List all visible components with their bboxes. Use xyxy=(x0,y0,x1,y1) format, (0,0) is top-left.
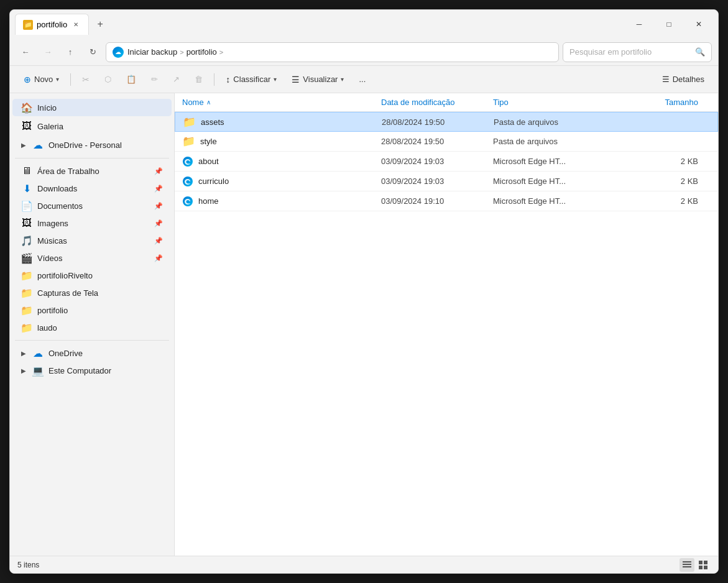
breadcrumb-backup[interactable]: Iniciar backup xyxy=(127,47,177,57)
area-trabalho-icon: 🖥 xyxy=(21,165,32,177)
sidebar-item-este-computador[interactable]: ▶ 💻 Este Computador xyxy=(12,362,172,379)
share-button[interactable]: ↗ xyxy=(167,70,186,89)
file-name: style xyxy=(200,137,217,146)
up-button[interactable]: ↑ xyxy=(61,43,80,62)
svg-rect-3 xyxy=(683,561,691,562)
videos-pin-icon: 📌 xyxy=(154,254,163,262)
file-explorer-window: 📁 portifolio ✕ + ─ □ ✕ xyxy=(9,9,719,574)
sort-dropdown-icon: ▾ xyxy=(274,76,277,83)
cut-button[interactable]: ✂ xyxy=(76,70,96,89)
search-bar[interactable]: Pesquisar em portifolio 🔍 xyxy=(563,42,712,62)
sidebar-label-onedrive: OneDrive xyxy=(48,349,83,358)
sidebar-item-downloads[interactable]: ⬇ Downloads 📌 xyxy=(12,180,172,196)
file-cell-size: 2 KB xyxy=(592,196,711,206)
svg-rect-6 xyxy=(699,561,703,564)
maximize-button[interactable]: □ xyxy=(655,14,683,34)
sidebar-item-musicas[interactable]: 🎵 Músicas 📌 xyxy=(12,232,172,249)
paste-button[interactable]: 📋 xyxy=(120,70,142,89)
new-dropdown-icon: ▾ xyxy=(56,76,59,83)
sidebar-item-onedrive-personal[interactable]: ▶ ☁ OneDrive - Personal xyxy=(12,136,172,154)
tab-area: 📁 portifolio ✕ + xyxy=(15,14,620,35)
sidebar-item-area-trabalho[interactable]: 🖥 Área de Trabalho 📌 xyxy=(12,163,172,179)
minimize-button[interactable]: ─ xyxy=(625,14,653,34)
inicio-icon: 🏠 xyxy=(21,102,32,113)
este-computador-expand-icon: ▶ xyxy=(21,367,26,374)
active-tab[interactable]: 📁 portifolio ✕ xyxy=(15,14,89,35)
details-button[interactable]: ☰ Detalhes xyxy=(656,70,711,89)
edge-icon xyxy=(182,196,193,207)
list-view-button[interactable] xyxy=(680,558,694,572)
sidebar-item-onedrive[interactable]: ▶ ☁ OneDrive xyxy=(12,345,172,361)
rename-button[interactable]: ✏ xyxy=(145,70,164,89)
tab-close-button[interactable]: ✕ xyxy=(71,20,81,30)
forward-button[interactable]: → xyxy=(39,43,57,62)
imagens-pin-icon: 📌 xyxy=(154,219,163,227)
view-button[interactable]: ☰ Visualizar ▾ xyxy=(285,70,350,89)
sidebar-item-videos[interactable]: 🎬 Vídeos 📌 xyxy=(12,250,172,266)
back-button[interactable]: ← xyxy=(16,43,35,62)
file-cell-name: about xyxy=(182,156,381,167)
sidebar-item-portifolio[interactable]: 📁 portifolio xyxy=(12,302,172,318)
sidebar-item-portifolio-rivelto[interactable]: 📁 portifolioRivelto xyxy=(12,267,172,283)
search-placeholder: Pesquisar em portifolio xyxy=(569,47,652,57)
refresh-button[interactable]: ↻ xyxy=(83,43,102,62)
file-rows-container: 📁 assets 28/08/2024 19:50 Pasta de arqui… xyxy=(175,112,718,211)
col-header-name[interactable]: Nome ∧ xyxy=(182,98,381,107)
file-list: Nome ∧ Data de modificação Tipo Tamanho … xyxy=(175,93,718,556)
file-list-header: Nome ∧ Data de modificação Tipo Tamanho xyxy=(175,93,718,112)
copy-button[interactable]: ⬡ xyxy=(98,70,117,89)
sidebar-label-downloads: Downloads xyxy=(37,184,77,193)
edge-icon xyxy=(182,156,193,167)
col-header-type[interactable]: Tipo xyxy=(493,98,592,107)
svg-point-2 xyxy=(183,196,193,206)
file-row[interactable]: about 03/09/2024 19:03 Microsoft Edge HT… xyxy=(175,152,718,172)
tab-label: portifolio xyxy=(37,20,67,29)
file-cell-type: Pasta de arquivos xyxy=(493,137,592,146)
file-cell-name: 📁 style xyxy=(182,135,381,148)
folder-icon: 📁 xyxy=(183,116,196,129)
galeria-icon: 🖼 xyxy=(21,121,32,132)
col-header-date[interactable]: Data de modificação xyxy=(381,98,493,107)
file-row[interactable]: curriculo 03/09/2024 19:03 Microsoft Edg… xyxy=(175,172,718,191)
details-icon: ☰ xyxy=(662,75,670,84)
file-row[interactable]: 📁 style 28/08/2024 19:50 Pasta de arquiv… xyxy=(175,132,718,152)
breadcrumb-folder[interactable]: portifolio xyxy=(187,47,217,57)
sidebar-label-documentos: Documentos xyxy=(37,201,83,211)
sidebar-label-inicio: Início xyxy=(37,103,57,112)
delete-button[interactable]: 🗑 xyxy=(188,70,209,89)
sidebar-label-capturas-tela: Capturas de Tela xyxy=(37,288,98,298)
col-header-size[interactable]: Tamanho xyxy=(592,98,711,107)
file-cell-size: 2 KB xyxy=(592,157,711,166)
address-bar[interactable]: ☁ Iniciar backup > portifolio > xyxy=(106,42,559,62)
onedrive-expand-icon: ▶ xyxy=(21,350,26,357)
svg-rect-5 xyxy=(683,566,691,567)
sidebar-item-galeria[interactable]: 🖼 Galeria xyxy=(12,117,172,135)
onedrive-icon: ☁ xyxy=(113,47,124,58)
list-view-icon xyxy=(683,561,691,569)
sidebar-item-inicio[interactable]: 🏠 Início xyxy=(12,99,172,116)
sidebar-item-capturas-tela[interactable]: 📁 Capturas de Tela xyxy=(12,285,172,301)
edge-icon xyxy=(182,176,193,187)
detail-view-button[interactable] xyxy=(696,558,711,572)
downloads-icon: ⬇ xyxy=(21,183,32,194)
breadcrumb: Iniciar backup > portifolio > xyxy=(127,47,223,57)
file-row[interactable]: 📁 assets 28/08/2024 19:50 Pasta de arqui… xyxy=(175,112,718,132)
sidebar-item-imagens[interactable]: 🖼 Imagens 📌 xyxy=(12,215,172,231)
close-button[interactable]: ✕ xyxy=(684,14,713,34)
sidebar-label-onedrive-personal: OneDrive - Personal xyxy=(48,140,122,150)
breadcrumb-sep2: > xyxy=(219,48,223,56)
file-cell-name: curriculo xyxy=(182,176,381,187)
file-row[interactable]: home 03/09/2024 19:10 Microsoft Edge HT.… xyxy=(175,191,718,211)
new-tab-button[interactable]: + xyxy=(91,16,109,33)
onedrive-personal-expand-icon: ▶ xyxy=(21,142,26,149)
sidebar-item-documentos[interactable]: 📄 Documentos 📌 xyxy=(12,198,172,214)
file-cell-name: 📁 assets xyxy=(183,116,382,129)
main-content: 🏠 Início 🖼 Galeria ▶ ☁ OneDrive - Person… xyxy=(10,93,718,556)
toolbar: ⊕ Novo ▾ ✂ ⬡ 📋 ✏ ↗ 🗑 ↕ Classificar ▾ xyxy=(10,66,718,93)
cut-icon: ✂ xyxy=(82,75,90,85)
new-button[interactable]: ⊕ Novo ▾ xyxy=(17,70,65,89)
sort-button[interactable]: ↕ Classificar ▾ xyxy=(219,70,283,89)
more-button[interactable]: ... xyxy=(352,70,372,89)
new-icon: ⊕ xyxy=(24,75,31,85)
sidebar-item-laudo[interactable]: 📁 laudo xyxy=(12,319,172,336)
